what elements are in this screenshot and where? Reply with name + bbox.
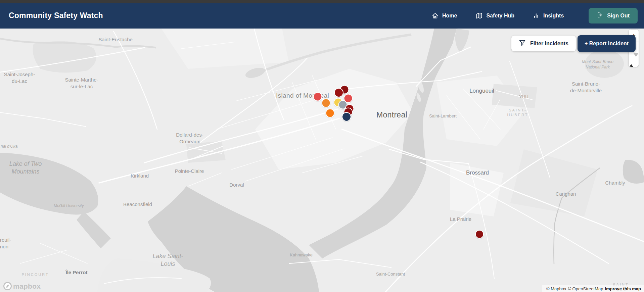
incident-marker[interactable]	[313, 92, 322, 101]
incident-marker[interactable]	[342, 112, 351, 121]
attribution-osm-link[interactable]: © OpenStreetMap	[568, 286, 603, 291]
filter-funnel-icon	[519, 39, 526, 48]
attribution-mapbox-link[interactable]: © Mapbox	[546, 286, 566, 291]
sign-out-label: Sign Out	[607, 13, 630, 19]
nav-item-label: Insights	[543, 13, 564, 19]
attribution-improve-link[interactable]: Improve this map	[605, 286, 641, 291]
report-incident-button[interactable]: + Report Incident	[578, 35, 636, 52]
mapbox-logo-icon	[3, 282, 12, 290]
mapbox-logo-word: mapbox	[13, 282, 41, 290]
nav-item-insights[interactable]: Insights	[533, 12, 564, 19]
incident-marker[interactable]	[334, 88, 343, 97]
filter-incidents-button[interactable]: Filter Incidents	[511, 36, 576, 51]
map[interactable]: Filter Incidents + Report Incident + − m…	[0, 29, 644, 292]
sign-out-button[interactable]: Sign Out	[589, 8, 638, 23]
window-chrome-strip	[0, 0, 644, 3]
incident-marker[interactable]	[326, 109, 335, 118]
compass-icon	[629, 57, 638, 64]
app-header: Community Safety Watch HomeSafety HubIns…	[0, 3, 644, 29]
incident-marker[interactable]	[322, 99, 331, 108]
sign-out-icon	[597, 12, 603, 19]
incident-marker[interactable]	[475, 230, 484, 239]
filter-incidents-label: Filter Incidents	[530, 41, 568, 47]
nav-item-safety-hub[interactable]: Safety Hub	[476, 12, 514, 19]
nav-item-label: Safety Hub	[486, 13, 514, 19]
map-icon	[476, 12, 482, 19]
map-attribution: © Mapbox © OpenStreetMap Improve this ma…	[542, 285, 644, 292]
compass-button[interactable]	[629, 54, 639, 67]
main-nav: HomeSafety HubInsights Sign Out	[432, 8, 638, 23]
basemap	[0, 29, 644, 292]
report-incident-label: + Report Incident	[585, 41, 629, 47]
page-title: Community Safety Watch	[9, 11, 103, 20]
home-icon	[432, 12, 439, 19]
nav-item-home[interactable]: Home	[432, 12, 457, 19]
nav-item-label: Home	[442, 13, 457, 19]
mapbox-logo[interactable]: mapbox	[3, 282, 41, 290]
chart-icon	[533, 12, 540, 19]
